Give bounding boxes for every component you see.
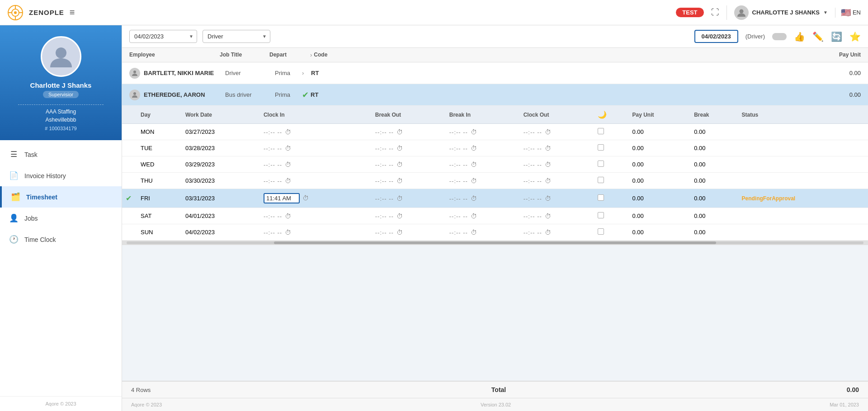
break-in-cell[interactable]: --:-- -- ⏱ xyxy=(446,189,520,208)
clock-in-picker[interactable]: ⏱ xyxy=(285,177,291,184)
clock-out-picker[interactable]: ⏱ xyxy=(545,195,551,202)
break-in-cell[interactable]: --:-- -- ⏱ xyxy=(446,173,520,189)
break-out-val: --:-- -- xyxy=(375,195,394,202)
clock-in-cell[interactable]: --:-- -- ⏱ xyxy=(260,173,372,189)
sidebar-item-time-clock[interactable]: 🕐 Time Clock xyxy=(0,229,122,250)
clock-in-picker[interactable]: ⏱ xyxy=(302,194,309,202)
refresh-icon[interactable]: 🔄 xyxy=(831,31,842,42)
clock-out-cell[interactable]: --:-- -- ⏱ xyxy=(520,173,594,189)
break-out-picker[interactable]: ⏱ xyxy=(396,145,403,152)
clock-out-picker[interactable]: ⏱ xyxy=(545,213,551,220)
break-in-picker[interactable]: ⏱ xyxy=(471,229,477,236)
timesheet-row[interactable]: TUE 03/28/2023 --:-- -- ⏱ --:-- -- ⏱ --:… xyxy=(122,140,868,156)
break-in-picker[interactable]: ⏱ xyxy=(471,128,477,136)
break-out-picker[interactable]: ⏱ xyxy=(396,229,403,236)
timesheet-row[interactable]: THU 03/30/2023 --:-- -- ⏱ --:-- -- ⏱ --:… xyxy=(122,173,868,189)
timesheet-row[interactable]: MON 03/27/2023 --:-- -- ⏱ --:-- -- ⏱ --:… xyxy=(122,124,868,140)
date-select-wrapper[interactable]: 04/02/2023 xyxy=(129,30,197,43)
edit-icon[interactable]: ✏️ xyxy=(812,31,824,42)
break-out-cell[interactable]: --:-- -- ⏱ xyxy=(372,156,446,173)
timesheet-row[interactable]: WED 03/29/2023 --:-- -- ⏱ --:-- -- ⏱ --:… xyxy=(122,156,868,173)
moon-cell[interactable] xyxy=(594,173,629,189)
moon-checkbox[interactable] xyxy=(598,128,604,134)
clock-in-cell[interactable]: --:-- -- ⏱ xyxy=(260,208,372,224)
moon-cell[interactable] xyxy=(594,124,629,140)
sidebar-item-jobs[interactable]: 👤 Jobs xyxy=(0,208,122,229)
clock-in-boxed[interactable]: 11:41 AM xyxy=(264,193,300,203)
moon-cell[interactable] xyxy=(594,140,629,156)
clock-out-cell[interactable]: --:-- -- ⏱ xyxy=(520,189,594,208)
break-in-cell[interactable]: --:-- -- ⏱ xyxy=(446,156,520,173)
moon-checkbox[interactable] xyxy=(598,212,604,218)
break-out-cell[interactable]: --:-- -- ⏱ xyxy=(372,189,446,208)
job-select-wrapper[interactable]: Driver xyxy=(203,30,270,43)
like-icon[interactable]: 👍 xyxy=(794,31,805,42)
clock-in-cell[interactable]: 11:41 AM ⏱ xyxy=(260,189,372,208)
break-in-picker[interactable]: ⏱ xyxy=(471,145,477,152)
clock-in-cell[interactable]: --:-- -- ⏱ xyxy=(260,156,372,173)
employee-row-selected[interactable]: ETHEREDGE, AARON Bus driver Prima ✔ RT 0… xyxy=(122,84,868,106)
break-out-cell[interactable]: --:-- -- ⏱ xyxy=(372,173,446,189)
break-in-cell[interactable]: --:-- -- ⏱ xyxy=(446,208,520,224)
break-in-picker[interactable]: ⏱ xyxy=(471,177,477,184)
pay-unit-cell: 0.00 xyxy=(629,140,691,156)
clock-in-cell[interactable]: --:-- -- ⏱ xyxy=(260,224,372,241)
clock-out-picker[interactable]: ⏱ xyxy=(545,229,551,236)
employee-row[interactable]: BARTLETT, NIKKI MARIE Driver Prima › RT … xyxy=(122,62,868,84)
break-out-picker[interactable]: ⏱ xyxy=(396,177,403,184)
break-out-picker[interactable]: ⏱ xyxy=(396,161,403,168)
fullscreen-icon[interactable]: ⛶ xyxy=(711,8,719,17)
moon-checkbox[interactable] xyxy=(598,161,604,167)
break-out-picker[interactable]: ⏱ xyxy=(396,195,403,202)
clock-in-picker[interactable]: ⏱ xyxy=(285,161,291,168)
job-select[interactable]: Driver xyxy=(203,30,270,43)
break-out-picker[interactable]: ⏱ xyxy=(396,213,403,220)
hamburger-icon[interactable]: ≡ xyxy=(70,7,75,18)
date-select[interactable]: 04/02/2023 xyxy=(129,30,197,43)
break-in-cell[interactable]: --:-- -- ⏱ xyxy=(446,124,520,140)
clock-in-picker[interactable]: ⏱ xyxy=(285,145,291,152)
clock-in-cell[interactable]: --:-- -- ⏱ xyxy=(260,124,372,140)
clock-out-picker[interactable]: ⏱ xyxy=(545,177,551,184)
clock-out-cell[interactable]: --:-- -- ⏱ xyxy=(520,224,594,241)
clock-out-picker[interactable]: ⏱ xyxy=(545,145,551,152)
clock-out-cell[interactable]: --:-- -- ⏱ xyxy=(520,208,594,224)
break-out-cell[interactable]: --:-- -- ⏱ xyxy=(372,208,446,224)
break-out-cell[interactable]: --:-- -- ⏱ xyxy=(372,124,446,140)
break-in-picker[interactable]: ⏱ xyxy=(471,195,477,202)
break-out-picker[interactable]: ⏱ xyxy=(396,128,403,136)
horizontal-scrollbar[interactable] xyxy=(122,241,868,245)
timesheet-row[interactable]: ✔ FRI 03/31/2023 11:41 AM ⏱ --:-- -- ⏱ -… xyxy=(122,189,868,208)
moon-checkbox[interactable] xyxy=(598,177,604,183)
timesheet-row[interactable]: SAT 04/01/2023 --:-- -- ⏱ --:-- -- ⏱ --:… xyxy=(122,208,868,224)
break-out-cell[interactable]: --:-- -- ⏱ xyxy=(372,224,446,241)
moon-cell[interactable] xyxy=(594,208,629,224)
sidebar-item-invoice-history[interactable]: 📄 Invoice History xyxy=(0,165,122,186)
clock-out-cell[interactable]: --:-- -- ⏱ xyxy=(520,140,594,156)
timesheet-row[interactable]: SUN 04/02/2023 --:-- -- ⏱ --:-- -- ⏱ --:… xyxy=(122,224,868,241)
clock-out-cell[interactable]: --:-- -- ⏱ xyxy=(520,124,594,140)
moon-checkbox[interactable] xyxy=(598,228,604,235)
clock-in-picker[interactable]: ⏱ xyxy=(285,229,291,236)
sidebar-item-task[interactable]: ☰ Task xyxy=(0,144,122,165)
break-in-picker[interactable]: ⏱ xyxy=(471,213,477,220)
moon-checkbox[interactable] xyxy=(598,144,604,151)
clock-out-cell[interactable]: --:-- -- ⏱ xyxy=(520,156,594,173)
break-out-cell[interactable]: --:-- -- ⏱ xyxy=(372,140,446,156)
clock-out-picker[interactable]: ⏱ xyxy=(545,161,551,168)
clock-in-cell[interactable]: --:-- -- ⏱ xyxy=(260,140,372,156)
break-in-picker[interactable]: ⏱ xyxy=(471,161,477,168)
moon-cell[interactable] xyxy=(594,156,629,173)
sidebar-item-timesheet[interactable]: 🗂️ Timesheet xyxy=(0,186,122,208)
moon-checkbox[interactable] xyxy=(598,194,604,201)
break-in-cell[interactable]: --:-- -- ⏱ xyxy=(446,140,520,156)
break-in-cell[interactable]: --:-- -- ⏱ xyxy=(446,224,520,241)
clock-in-picker[interactable]: ⏱ xyxy=(285,213,291,220)
star-icon[interactable]: ⭐ xyxy=(849,31,861,42)
user-section[interactable]: CHARLOTTE J SHANKS ▼ xyxy=(726,5,828,20)
clock-in-picker[interactable]: ⏱ xyxy=(285,128,291,136)
toggle-switch[interactable] xyxy=(772,33,787,40)
moon-cell[interactable] xyxy=(594,189,629,208)
clock-out-picker[interactable]: ⏱ xyxy=(545,128,551,136)
moon-cell[interactable] xyxy=(594,224,629,241)
